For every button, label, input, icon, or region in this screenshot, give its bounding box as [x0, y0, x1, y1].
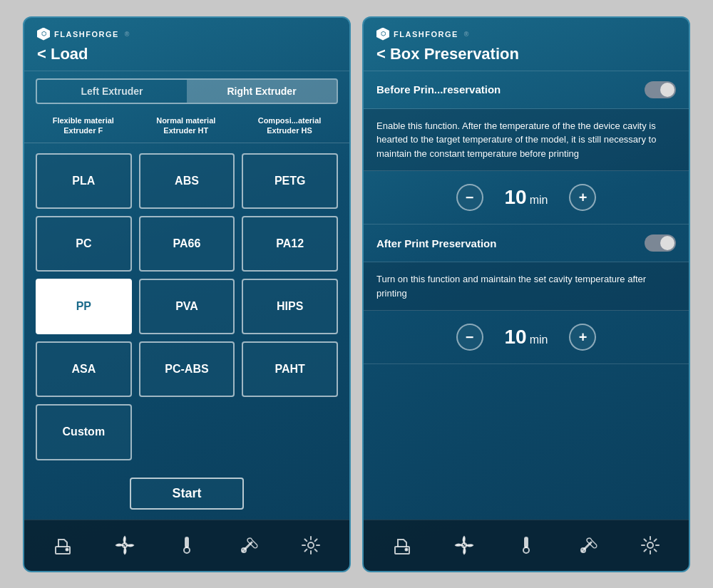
after-print-description: Turn on this function and maintain the s… — [364, 262, 689, 311]
before-print-toggle[interactable] — [645, 81, 676, 98]
right-brand-name: FLASHFORGE — [394, 30, 458, 38]
right-panel-content: Before Prin...reservation Enable this fu… — [364, 71, 689, 520]
before-print-label: Before Prin...reservation — [376, 83, 501, 96]
after-print-toggle-knob — [660, 236, 674, 250]
after-print-time-control: − 10min + — [364, 311, 689, 364]
left-bottom-nav — [24, 520, 349, 571]
after-print-time-unit: min — [530, 334, 548, 346]
svg-point-1 — [66, 549, 68, 551]
before-print-time-number: 10 — [505, 186, 527, 209]
material-abs[interactable]: ABS — [139, 153, 235, 209]
material-custom[interactable]: Custom — [36, 404, 132, 460]
after-print-time-value: 10min — [505, 326, 548, 349]
material-grid: PLA ABS PETG PC PA66 PA12 PP PVA HIPS AS… — [24, 143, 349, 470]
page-title-box: < Box Preservation — [376, 45, 676, 63]
before-print-desc-text: Enable this function. After the temperat… — [376, 119, 676, 161]
right-flashforge-icon: ⬡ — [376, 28, 389, 41]
before-print-time-control: − 10min + — [364, 171, 689, 225]
material-hips[interactable]: HIPS — [242, 279, 338, 334]
after-print-plus-btn[interactable]: + — [569, 324, 596, 351]
extruder-type-hs: Composi...aterial Extruder HS — [258, 115, 322, 136]
left-panel: ⬡ FLASHFORGE ® < Load Left Extruder Righ… — [23, 16, 351, 572]
before-print-minus-btn[interactable]: − — [456, 184, 483, 211]
after-print-row: After Print Preservation — [364, 225, 689, 262]
right-nav-print-icon[interactable] — [388, 531, 416, 559]
svg-point-6 — [308, 542, 314, 548]
extruder-type-ht: Normal material Extruder HT — [156, 115, 215, 136]
left-extruder-tab[interactable]: Left Extruder — [37, 80, 187, 103]
material-pc[interactable]: PC — [36, 216, 132, 272]
right-brand-logo: ⬡ FLASHFORGE ® — [376, 28, 676, 41]
svg-point-8 — [405, 549, 407, 551]
svg-point-3 — [184, 547, 190, 553]
nav-temp-icon[interactable] — [173, 531, 201, 559]
nav-fan-icon[interactable] — [111, 531, 139, 559]
start-button[interactable]: Start — [130, 478, 244, 510]
extruder-tab-group: Left Extruder Right Extruder — [36, 78, 338, 104]
after-print-minus-btn[interactable]: − — [456, 324, 483, 351]
right-bottom-nav — [364, 520, 689, 571]
material-pla[interactable]: PLA — [36, 153, 132, 209]
extruder-type-f: Flexible material Extruder F — [53, 115, 114, 136]
extruder-types-row: Flexible material Extruder F Normal mate… — [24, 111, 349, 144]
before-print-toggle-knob — [660, 83, 674, 97]
page-title-load: < Load — [37, 45, 337, 63]
material-asa[interactable]: ASA — [36, 341, 132, 397]
after-print-desc-text: Turn on this function and maintain the s… — [376, 272, 676, 300]
brand-logo: ⬡ FLASHFORGE ® — [37, 28, 337, 41]
material-petg[interactable]: PETG — [242, 153, 338, 209]
svg-rect-11 — [525, 537, 528, 547]
brand-name: FLASHFORGE — [54, 30, 119, 38]
svg-point-10 — [523, 547, 529, 553]
material-pa66[interactable]: PA66 — [139, 216, 235, 272]
material-pva[interactable]: PVA — [139, 279, 235, 334]
after-print-label: After Print Preservation — [376, 237, 496, 249]
start-button-container: Start — [24, 470, 349, 520]
material-pa12[interactable]: PA12 — [242, 216, 338, 272]
right-nav-settings-icon[interactable] — [636, 531, 665, 559]
nav-settings-icon[interactable] — [297, 531, 325, 559]
before-print-time-unit: min — [530, 194, 548, 207]
material-paht[interactable]: PAHT — [242, 341, 338, 397]
left-panel-header: ⬡ FLASHFORGE ® < Load — [24, 18, 349, 71]
before-print-time-value: 10min — [505, 186, 548, 209]
right-panel-header: ⬡ FLASHFORGE ® < Box Preservation — [364, 18, 689, 71]
right-nav-tools-icon[interactable] — [574, 531, 602, 559]
material-pp[interactable]: PP — [36, 279, 132, 334]
before-print-description: Enable this function. After the temperat… — [364, 109, 689, 172]
right-nav-temp-icon[interactable] — [512, 531, 540, 559]
flashforge-icon: ⬡ — [37, 28, 50, 41]
right-panel: ⬡ FLASHFORGE ® < Box Preservation Before… — [362, 16, 690, 572]
right-extruder-tab[interactable]: Right Extruder — [187, 80, 337, 103]
right-brand-trademark: ® — [464, 31, 469, 38]
svg-point-13 — [647, 542, 653, 548]
nav-tools-icon[interactable] — [235, 531, 263, 559]
after-print-time-number: 10 — [505, 326, 527, 349]
after-print-toggle[interactable] — [645, 234, 676, 252]
svg-rect-4 — [185, 537, 188, 547]
material-pc-abs[interactable]: PC-ABS — [139, 341, 235, 397]
before-print-plus-btn[interactable]: + — [569, 184, 596, 211]
brand-trademark: ® — [125, 31, 130, 38]
before-print-row: Before Prin...reservation — [364, 71, 689, 109]
right-nav-fan-icon[interactable] — [450, 531, 478, 559]
nav-print-icon[interactable] — [48, 531, 77, 559]
